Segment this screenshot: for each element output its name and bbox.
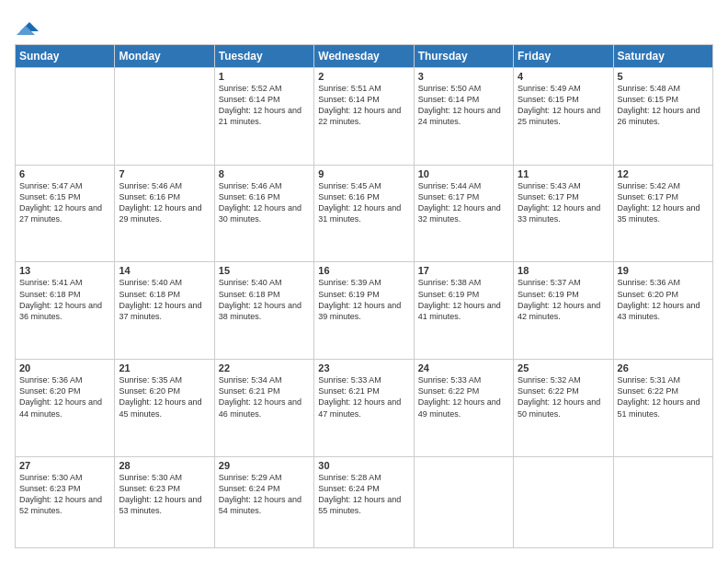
calendar-cell: 13Sunrise: 5:41 AM Sunset: 6:18 PM Dayli… — [16, 262, 115, 360]
day-number: 21 — [119, 362, 210, 373]
day-info: Sunrise: 5:44 AM Sunset: 6:17 PM Dayligh… — [418, 180, 509, 225]
calendar-cell: 7Sunrise: 5:46 AM Sunset: 6:16 PM Daylig… — [115, 165, 214, 262]
calendar-cell — [613, 456, 712, 547]
day-info: Sunrise: 5:50 AM Sunset: 6:14 PM Dayligh… — [418, 83, 509, 128]
calendar-cell: 19Sunrise: 5:36 AM Sunset: 6:20 PM Dayli… — [613, 262, 712, 360]
day-info: Sunrise: 5:40 AM Sunset: 6:18 PM Dayligh… — [219, 277, 310, 322]
calendar-cell: 21Sunrise: 5:35 AM Sunset: 6:20 PM Dayli… — [115, 360, 214, 457]
day-info: Sunrise: 5:34 AM Sunset: 6:21 PM Dayligh… — [219, 374, 310, 419]
day-info: Sunrise: 5:52 AM Sunset: 6:14 PM Dayligh… — [219, 83, 310, 128]
calendar-cell — [414, 456, 513, 547]
weekday-header-sunday: Sunday — [16, 45, 115, 68]
calendar-week-0: 1Sunrise: 5:52 AM Sunset: 6:14 PM Daylig… — [16, 68, 713, 166]
day-number: 28 — [119, 460, 210, 471]
day-number: 10 — [418, 168, 509, 179]
weekday-header-thursday: Thursday — [414, 45, 513, 68]
day-info: Sunrise: 5:41 AM Sunset: 6:18 PM Dayligh… — [19, 277, 110, 322]
day-info: Sunrise: 5:28 AM Sunset: 6:24 PM Dayligh… — [318, 472, 409, 517]
weekday-header-tuesday: Tuesday — [214, 45, 313, 68]
calendar-cell: 28Sunrise: 5:30 AM Sunset: 6:23 PM Dayli… — [115, 456, 214, 547]
day-info: Sunrise: 5:43 AM Sunset: 6:17 PM Dayligh… — [518, 180, 609, 225]
day-info: Sunrise: 5:33 AM Sunset: 6:22 PM Dayligh… — [418, 374, 509, 419]
day-info: Sunrise: 5:45 AM Sunset: 6:16 PM Dayligh… — [318, 180, 409, 225]
logo — [15, 15, 39, 37]
day-number: 23 — [318, 362, 409, 373]
day-info: Sunrise: 5:47 AM Sunset: 6:15 PM Dayligh… — [19, 180, 110, 225]
calendar-week-3: 20Sunrise: 5:36 AM Sunset: 6:20 PM Dayli… — [16, 360, 713, 457]
calendar-cell — [16, 68, 115, 166]
header — [15, 15, 713, 37]
day-info: Sunrise: 5:33 AM Sunset: 6:21 PM Dayligh… — [318, 374, 409, 419]
calendar-cell: 1Sunrise: 5:52 AM Sunset: 6:14 PM Daylig… — [214, 68, 313, 166]
day-info: Sunrise: 5:29 AM Sunset: 6:24 PM Dayligh… — [219, 472, 310, 517]
day-number: 2 — [318, 71, 409, 82]
calendar-cell: 10Sunrise: 5:44 AM Sunset: 6:17 PM Dayli… — [414, 165, 513, 262]
day-number: 11 — [518, 168, 609, 179]
calendar-cell: 29Sunrise: 5:29 AM Sunset: 6:24 PM Dayli… — [214, 456, 313, 547]
day-info: Sunrise: 5:39 AM Sunset: 6:19 PM Dayligh… — [318, 277, 409, 322]
calendar-cell: 17Sunrise: 5:38 AM Sunset: 6:19 PM Dayli… — [414, 262, 513, 360]
calendar-cell: 14Sunrise: 5:40 AM Sunset: 6:18 PM Dayli… — [115, 262, 214, 360]
day-number: 19 — [618, 265, 709, 276]
day-info: Sunrise: 5:35 AM Sunset: 6:20 PM Dayligh… — [119, 374, 210, 419]
weekday-header-monday: Monday — [115, 45, 214, 68]
day-info: Sunrise: 5:42 AM Sunset: 6:17 PM Dayligh… — [618, 180, 709, 225]
day-info: Sunrise: 5:36 AM Sunset: 6:20 PM Dayligh… — [618, 277, 709, 322]
logo-icon — [17, 15, 39, 37]
day-number: 20 — [19, 362, 110, 373]
calendar-cell: 25Sunrise: 5:32 AM Sunset: 6:22 PM Dayli… — [514, 360, 613, 457]
day-number: 3 — [418, 71, 509, 82]
day-info: Sunrise: 5:46 AM Sunset: 6:16 PM Dayligh… — [119, 180, 210, 225]
day-number: 29 — [219, 460, 310, 471]
calendar-week-1: 6Sunrise: 5:47 AM Sunset: 6:15 PM Daylig… — [16, 165, 713, 262]
calendar-cell: 4Sunrise: 5:49 AM Sunset: 6:15 PM Daylig… — [514, 68, 613, 166]
weekday-header-row: SundayMondayTuesdayWednesdayThursdayFrid… — [16, 45, 713, 68]
day-number: 14 — [119, 265, 210, 276]
calendar-cell: 3Sunrise: 5:50 AM Sunset: 6:14 PM Daylig… — [414, 68, 513, 166]
day-number: 7 — [119, 168, 210, 179]
day-number: 26 — [618, 362, 709, 373]
day-info: Sunrise: 5:30 AM Sunset: 6:23 PM Dayligh… — [119, 472, 210, 517]
day-number: 25 — [518, 362, 609, 373]
calendar-cell: 8Sunrise: 5:46 AM Sunset: 6:16 PM Daylig… — [214, 165, 313, 262]
calendar-cell: 20Sunrise: 5:36 AM Sunset: 6:20 PM Dayli… — [16, 360, 115, 457]
calendar-cell: 6Sunrise: 5:47 AM Sunset: 6:15 PM Daylig… — [16, 165, 115, 262]
day-number: 24 — [418, 362, 509, 373]
day-number: 13 — [19, 265, 110, 276]
calendar-table: SundayMondayTuesdayWednesdayThursdayFrid… — [15, 44, 713, 548]
day-info: Sunrise: 5:48 AM Sunset: 6:15 PM Dayligh… — [618, 83, 709, 128]
day-info: Sunrise: 5:38 AM Sunset: 6:19 PM Dayligh… — [418, 277, 509, 322]
calendar-cell: 15Sunrise: 5:40 AM Sunset: 6:18 PM Dayli… — [214, 262, 313, 360]
calendar-week-2: 13Sunrise: 5:41 AM Sunset: 6:18 PM Dayli… — [16, 262, 713, 360]
calendar-cell: 26Sunrise: 5:31 AM Sunset: 6:22 PM Dayli… — [613, 360, 712, 457]
day-number: 17 — [418, 265, 509, 276]
calendar-cell — [115, 68, 214, 166]
day-number: 22 — [219, 362, 310, 373]
calendar-cell: 9Sunrise: 5:45 AM Sunset: 6:16 PM Daylig… — [314, 165, 414, 262]
day-number: 30 — [318, 460, 409, 471]
calendar-cell: 23Sunrise: 5:33 AM Sunset: 6:21 PM Dayli… — [314, 360, 414, 457]
day-number: 5 — [618, 71, 709, 82]
day-number: 16 — [318, 265, 409, 276]
day-info: Sunrise: 5:51 AM Sunset: 6:14 PM Dayligh… — [318, 83, 409, 128]
weekday-header-saturday: Saturday — [613, 45, 712, 68]
weekday-header-wednesday: Wednesday — [314, 45, 414, 68]
calendar-cell: 30Sunrise: 5:28 AM Sunset: 6:24 PM Dayli… — [314, 456, 414, 547]
calendar-cell — [514, 456, 613, 547]
day-number: 18 — [518, 265, 609, 276]
day-number: 4 — [518, 71, 609, 82]
day-info: Sunrise: 5:30 AM Sunset: 6:23 PM Dayligh… — [19, 472, 110, 517]
calendar-cell: 22Sunrise: 5:34 AM Sunset: 6:21 PM Dayli… — [214, 360, 313, 457]
day-number: 27 — [19, 460, 110, 471]
calendar-cell: 5Sunrise: 5:48 AM Sunset: 6:15 PM Daylig… — [613, 68, 712, 166]
day-info: Sunrise: 5:49 AM Sunset: 6:15 PM Dayligh… — [518, 83, 609, 128]
day-number: 15 — [219, 265, 310, 276]
day-number: 1 — [219, 71, 310, 82]
day-number: 8 — [219, 168, 310, 179]
day-number: 9 — [318, 168, 409, 179]
day-info: Sunrise: 5:31 AM Sunset: 6:22 PM Dayligh… — [618, 374, 709, 419]
day-info: Sunrise: 5:40 AM Sunset: 6:18 PM Dayligh… — [119, 277, 210, 322]
calendar-cell: 24Sunrise: 5:33 AM Sunset: 6:22 PM Dayli… — [414, 360, 513, 457]
page: SundayMondayTuesdayWednesdayThursdayFrid… — [0, 0, 728, 563]
day-info: Sunrise: 5:37 AM Sunset: 6:19 PM Dayligh… — [518, 277, 609, 322]
